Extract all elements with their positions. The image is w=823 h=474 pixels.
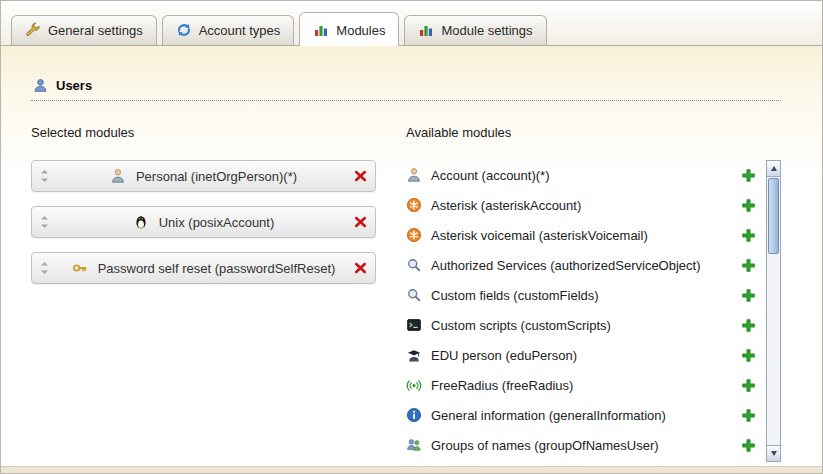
available-module-label: Asterisk voicemail (asteriskVoicemail) <box>431 228 648 243</box>
person-icon <box>406 167 422 183</box>
add-icon[interactable] <box>741 258 756 273</box>
available-module-label: Account (account)(*) <box>431 168 550 183</box>
available-modules-panel: Available modules Account (account)(*) A… <box>406 115 781 460</box>
scrollbar-up-arrow-icon <box>771 166 777 171</box>
user-icon <box>33 78 48 93</box>
available-module-label: General information (generalInformation) <box>431 408 666 423</box>
selected-modules-panel: Selected modules Personal (inetOrgPerson… <box>31 115 406 460</box>
asterisk-icon <box>406 227 422 243</box>
tools-icon <box>25 22 41 38</box>
available-module-label: Authorized Services (authorizedServiceOb… <box>431 258 701 273</box>
selected-module-row-unix[interactable]: Unix (posixAccount) <box>31 206 376 238</box>
available-module-row-asterisk: Asterisk (asteriskAccount) <box>406 190 760 220</box>
available-module-row-authorized-services: Authorized Services (authorizedServiceOb… <box>406 250 760 280</box>
selected-module-row-personal[interactable]: Personal (inetOrgPerson)(*) <box>31 160 376 192</box>
graduate-icon <box>406 347 422 363</box>
section-title: Users <box>56 78 92 93</box>
selected-module-label: Password self reset (passwordSelfReset) <box>98 261 336 276</box>
account-types-icon <box>176 22 192 38</box>
add-icon[interactable] <box>741 318 756 333</box>
available-module-row-asterisk-voicemail: Asterisk voicemail (asteriskVoicemail) <box>406 220 760 250</box>
add-icon[interactable] <box>741 228 756 243</box>
lam-config-window: General settings Account types Modules M… <box>0 0 823 474</box>
available-module-row-custom-scripts: Custom scripts (customScripts) <box>406 310 760 340</box>
drag-handle-icon[interactable] <box>39 169 50 183</box>
tab-label: General settings <box>48 23 143 38</box>
asterisk-icon <box>406 197 422 213</box>
delete-icon[interactable] <box>353 169 368 184</box>
antenna-icon <box>406 377 422 393</box>
available-modules-heading: Available modules <box>406 125 760 140</box>
magnifier-icon <box>406 287 422 303</box>
tab-modules[interactable]: Modules <box>299 12 399 46</box>
person-icon <box>110 168 126 184</box>
available-module-label: Groups of names (groupOfNamesUser) <box>431 438 659 453</box>
available-modules-scrollbar[interactable] <box>766 160 781 462</box>
add-icon[interactable] <box>741 378 756 393</box>
penguin-icon <box>133 214 149 230</box>
add-icon[interactable] <box>741 408 756 423</box>
available-module-label: Custom fields (customFields) <box>431 288 599 303</box>
add-icon[interactable] <box>741 348 756 363</box>
tab-label: Account types <box>199 23 281 38</box>
tab-label: Module settings <box>441 23 532 38</box>
modules-tab-content: Users Selected modules Personal (inetOrg… <box>1 46 822 473</box>
info-icon <box>406 407 422 423</box>
add-icon[interactable] <box>741 438 756 453</box>
users-section-header: Users <box>31 46 781 101</box>
bottom-edge <box>1 466 822 473</box>
add-icon[interactable] <box>741 168 756 183</box>
available-module-label: Custom scripts (customScripts) <box>431 318 611 333</box>
modules-chart-icon <box>418 22 434 38</box>
available-module-label: FreeRadius (freeRadius) <box>431 378 573 393</box>
selected-module-label: Unix (posixAccount) <box>159 215 275 230</box>
group-icon <box>406 437 422 453</box>
tab-bar: General settings Account types Modules M… <box>1 1 822 46</box>
add-icon[interactable] <box>741 198 756 213</box>
tab-account-types[interactable]: Account types <box>162 15 295 45</box>
drag-handle-icon[interactable] <box>39 215 50 229</box>
scrollbar-down-button[interactable] <box>767 445 780 461</box>
tab-label: Modules <box>336 23 385 38</box>
available-module-row-freeradius: FreeRadius (freeRadius) <box>406 370 760 400</box>
scrollbar-thumb[interactable] <box>768 178 779 254</box>
selected-module-label: Personal (inetOrgPerson)(*) <box>136 169 297 184</box>
available-module-row-custom-fields: Custom fields (customFields) <box>406 280 760 310</box>
available-module-row-edu-person: EDU person (eduPerson) <box>406 340 760 370</box>
tab-module-settings[interactable]: Module settings <box>404 15 546 45</box>
key-icon <box>72 260 88 276</box>
available-module-row-general-information: General information (generalInformation) <box>406 400 760 430</box>
delete-icon[interactable] <box>353 215 368 230</box>
available-module-row-groups-of-names: Groups of names (groupOfNamesUser) <box>406 430 760 460</box>
add-icon[interactable] <box>741 288 756 303</box>
drag-handle-icon[interactable] <box>39 261 50 275</box>
delete-icon[interactable] <box>353 261 368 276</box>
available-module-label: EDU person (eduPerson) <box>431 348 577 363</box>
available-module-row-account: Account (account)(*) <box>406 160 760 190</box>
terminal-icon <box>406 317 422 333</box>
available-module-label: Asterisk (asteriskAccount) <box>431 198 581 213</box>
scrollbar-up-button[interactable] <box>767 161 780 177</box>
magnifier-icon <box>406 257 422 273</box>
tab-general-settings[interactable]: General settings <box>11 15 157 45</box>
selected-modules-heading: Selected modules <box>31 125 406 140</box>
scrollbar-down-arrow-icon <box>771 451 777 456</box>
modules-chart-icon <box>313 22 329 38</box>
selected-module-row-password-self-reset[interactable]: Password self reset (passwordSelfReset) <box>31 252 376 284</box>
modules-columns: Selected modules Personal (inetOrgPerson… <box>31 115 781 460</box>
